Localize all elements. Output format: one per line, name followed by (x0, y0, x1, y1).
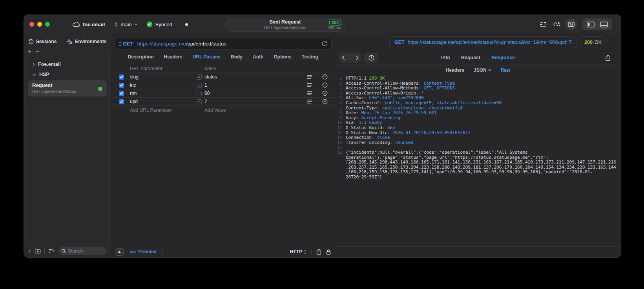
response-tab-info[interactable]: Info (441, 55, 450, 60)
param-checkbox[interactable] (119, 91, 124, 96)
tab-environments[interactable]: Environments (67, 39, 106, 44)
request-tab-label: Auth (253, 54, 263, 60)
remove-param-icon[interactable] (322, 99, 328, 104)
code-token: : (416, 91, 421, 96)
request-tab-url-params[interactable]: URL Params (193, 54, 221, 60)
send-queue-icon[interactable] (540, 21, 547, 27)
add-url-parameter[interactable]: Add URL Parameter (130, 107, 204, 113)
response-subtab-raw[interactable]: Raw (501, 67, 511, 73)
code-token: Content-Type (424, 81, 455, 86)
collapse-panel-button[interactable] (115, 248, 124, 256)
response-tab-response[interactable]: Response (491, 55, 515, 60)
code-token: : (356, 110, 361, 115)
row-menu-icon[interactable] (307, 91, 312, 95)
param-checkbox[interactable] (119, 83, 124, 88)
response-subtab-json[interactable]: JSON (474, 67, 491, 73)
transfer-icon-button[interactable] (565, 18, 577, 30)
branch-name: main (120, 22, 131, 27)
new-folder-icon[interactable] (35, 248, 41, 254)
request-tab-headers[interactable]: Headers (164, 54, 182, 60)
line-number: 3 (335, 86, 342, 91)
row-menu-icon[interactable] (307, 75, 312, 79)
sort-filter-icon[interactable] (48, 249, 55, 253)
code-token: : (377, 105, 382, 111)
remove-param-icon[interactable] (322, 74, 328, 80)
code-token: Content-Type (346, 105, 377, 111)
tree-item-foe-email[interactable]: Foe.email (26, 59, 109, 69)
toggle-bottom-panel-icon[interactable] (600, 22, 608, 27)
response-raw-view[interactable]: 1HTTP/1.1 200 OK2Access-Control-Allow-He… (335, 75, 621, 246)
request-tab-testing[interactable]: Testing (302, 54, 318, 60)
param-value-input[interactable]: 60 (204, 91, 210, 96)
lock-icon[interactable] (326, 249, 331, 255)
new-request-icon[interactable]: + (28, 248, 31, 254)
gutter-divider (344, 75, 344, 246)
back-icon[interactable] (342, 55, 345, 60)
param-value-input[interactable]: status (204, 74, 217, 80)
zoom-button[interactable] (45, 22, 50, 27)
request-tab-options[interactable]: Options (274, 54, 291, 60)
method-selector[interactable]: GET (119, 41, 133, 47)
remove-param-icon[interactable] (322, 82, 328, 88)
param-row-icons (307, 74, 335, 80)
line-number: 10 (335, 120, 342, 125)
tree-item-hsp[interactable]: HSP (26, 69, 109, 80)
search-input[interactable]: Search (58, 247, 107, 255)
project-menu[interactable]: foe.email (73, 22, 105, 27)
code-token: public, max-age=15, stale-while-revalida… (385, 100, 502, 105)
add-icon[interactable]: + (28, 49, 31, 53)
request-status-pill[interactable]: Sent Request GET /api/embed/status 200 2… (225, 18, 345, 32)
param-name-input[interactable]: inc (130, 82, 197, 88)
response-subtab-headers[interactable]: Headers (446, 67, 464, 73)
param-value-input[interactable]: 1 (204, 82, 207, 88)
sent-request-url-box[interactable]: GET https://statuspage.me/api/embed/stat… (389, 36, 577, 48)
response-navbar: InfoRequestResponse (335, 50, 621, 65)
param-name-input[interactable]: rtm (130, 91, 197, 96)
code-token: Transfer-Encoding (346, 140, 390, 145)
protocol-selector[interactable]: HTTP (290, 249, 306, 254)
remove-icon[interactable]: − (36, 49, 39, 53)
param-checkbox[interactable] (119, 75, 124, 80)
tab-sessions[interactable]: Sessions (28, 39, 57, 44)
branch-selector[interactable]: main (114, 22, 137, 27)
share-icon[interactable] (316, 249, 321, 255)
updown-chevrons-icon (304, 250, 306, 254)
code-token: Access-Control-Allow-Origin (346, 91, 416, 96)
response-subtab-label: JSON (474, 67, 487, 73)
request-tab-label: Body (231, 54, 243, 60)
forward-icon[interactable] (356, 55, 359, 60)
column-value: Value (204, 66, 216, 71)
param-name-input[interactable]: slug (130, 74, 197, 80)
line-number: 4 (335, 91, 342, 96)
request-tab-description[interactable]: Description (128, 54, 154, 60)
response-tab-request[interactable]: Request (461, 55, 480, 60)
request-tab-label: Options (274, 54, 291, 60)
preview-button[interactable]: </> Preview (130, 249, 156, 254)
param-name-input[interactable]: upd (130, 99, 197, 104)
remove-param-icon[interactable] (322, 91, 328, 96)
toggle-sidebar-icon[interactable] (587, 22, 595, 27)
resend-icon[interactable] (321, 41, 327, 47)
history-button[interactable] (364, 53, 378, 63)
request-tab-auth[interactable]: Auth (253, 54, 263, 60)
code-token: : (390, 140, 395, 145)
equals-icon: = (197, 75, 202, 80)
param-checkbox[interactable] (119, 99, 124, 104)
url-input[interactable]: https://statuspage.me/api/embed/status (137, 41, 226, 47)
add-value[interactable]: Add Value (204, 107, 226, 113)
sidebar-request-item[interactable]: Request GET /api/embed/status (28, 80, 107, 96)
loop-icon[interactable] (553, 21, 561, 27)
line-number: 8 (335, 111, 342, 116)
shapes-icon (67, 39, 73, 44)
response-pane: GET https://statuspage.me/api/embed/stat… (335, 34, 621, 257)
row-menu-icon[interactable] (307, 83, 312, 87)
row-menu-icon[interactable] (307, 100, 312, 104)
param-value-input[interactable]: 7 (204, 99, 207, 104)
code-token: chunked (395, 140, 413, 145)
close-button[interactable] (29, 22, 34, 27)
sync-label: Synced (155, 22, 172, 27)
export-response-icon[interactable] (605, 55, 611, 61)
minimize-button[interactable] (37, 22, 42, 27)
request-tab-body[interactable]: Body (231, 54, 243, 60)
url-bar[interactable]: GET https://statuspage.me/api/embed/stat… (114, 38, 332, 49)
